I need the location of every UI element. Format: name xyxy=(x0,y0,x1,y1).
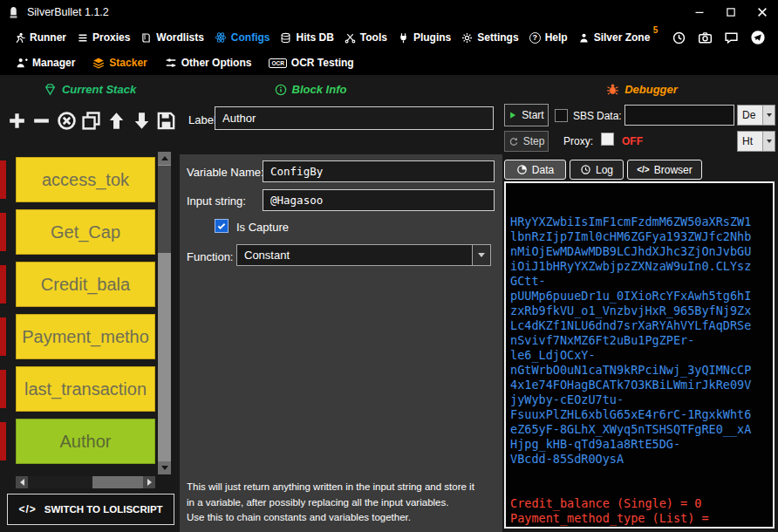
stack-block[interactable]: Credit_bala xyxy=(16,262,155,307)
arrow-up-icon xyxy=(106,111,126,131)
variable-name-input[interactable] xyxy=(263,160,495,182)
horizontal-scroll-thumb[interactable] xyxy=(28,476,92,488)
triangle-left-icon xyxy=(20,479,24,486)
block-label: Payment_metho xyxy=(22,327,149,347)
tab-ocr-testing[interactable]: OCR OCR Testing xyxy=(262,51,360,75)
user-icon xyxy=(578,32,590,44)
menu-item-tools[interactable]: Tools xyxy=(339,24,392,51)
block-indicator xyxy=(0,265,6,304)
menu-item-label: Help xyxy=(545,31,568,44)
menu-item-label: Silver Zone xyxy=(594,31,651,44)
code-icon: </> xyxy=(637,165,649,174)
scroll-right-button[interactable] xyxy=(143,476,155,488)
menu-item-label: Settings xyxy=(477,31,518,44)
move-up-button[interactable] xyxy=(106,106,128,134)
stack-block[interactable]: Payment_metho xyxy=(16,314,155,359)
gear-icon xyxy=(461,32,473,44)
stack-block[interactable]: access_tok xyxy=(16,157,155,202)
data-caption: Data: xyxy=(597,110,622,122)
stack-vertical-scrollbar[interactable] xyxy=(158,152,171,474)
remove-block-button[interactable] xyxy=(31,106,53,134)
input-string-input[interactable] xyxy=(263,189,495,211)
help-icon: ? xyxy=(529,32,541,44)
proxy-checkbox[interactable] xyxy=(601,133,614,146)
menu-item-help[interactable]: ? Help xyxy=(524,24,573,51)
history-icon xyxy=(672,31,686,45)
tab-manager[interactable]: Manager xyxy=(9,51,82,75)
step-button[interactable]: Step xyxy=(504,131,549,152)
menu-item-proxies[interactable]: Proxies xyxy=(72,24,135,51)
app-window: SilverBullet 1.1.2 Runner Proxies Wordli… xyxy=(0,0,778,532)
menu-item-hits-db[interactable]: Hits DB xyxy=(275,24,338,51)
tab-stacker[interactable]: Stacker xyxy=(85,51,154,75)
telegram-button[interactable] xyxy=(746,26,769,49)
tab-label: Browser xyxy=(654,164,693,176)
stack-block[interactable]: last_transaction xyxy=(16,366,155,412)
menu-item-configs[interactable]: Configs xyxy=(209,24,276,51)
menu-item-plugins[interactable]: Plugins xyxy=(392,24,456,51)
debug-data-input[interactable] xyxy=(624,105,734,126)
input-string-caption: Input string: xyxy=(187,194,246,208)
step-icon xyxy=(508,136,519,147)
stack-horizontal-scrollbar[interactable] xyxy=(16,476,155,488)
screenshot-button[interactable] xyxy=(693,26,717,49)
start-label: Start xyxy=(522,109,543,121)
stack-block[interactable]: Get_Cap xyxy=(16,209,155,255)
chat-button[interactable] xyxy=(720,26,743,49)
window-controls xyxy=(684,0,778,24)
database-icon xyxy=(280,32,291,44)
switch-to-loliscript-button[interactable]: </> SWITCH TO LOLISCRIPT xyxy=(7,494,174,525)
wordlist-type-select[interactable]: De xyxy=(737,105,775,126)
sbs-checkbox[interactable] xyxy=(555,109,568,122)
checkmark-icon xyxy=(216,221,227,231)
proxy-type-select[interactable]: Ht xyxy=(737,131,775,152)
tab-other-options[interactable]: Other Options xyxy=(158,51,259,75)
minus-icon xyxy=(31,111,51,131)
proxies-icon xyxy=(77,32,88,44)
maximize-button[interactable] xyxy=(715,0,747,24)
info-icon xyxy=(275,84,287,96)
history-button[interactable] xyxy=(667,26,691,49)
tab-label: Log xyxy=(596,164,613,176)
scroll-left-button[interactable] xyxy=(16,476,28,488)
close-icon xyxy=(756,6,768,18)
label-input[interactable] xyxy=(215,106,494,130)
debugger-tab-data[interactable]: Data xyxy=(504,160,566,180)
save-config-button[interactable] xyxy=(155,106,178,134)
minimize-button[interactable] xyxy=(684,0,715,24)
disable-block-button[interactable] xyxy=(55,106,78,134)
menu-item-runner[interactable]: Runner xyxy=(9,24,72,51)
debugger-log-area[interactable]: HRyYXZwbiIsImF1cmFzdmM6ZW50aXRsZW1 lbnRz… xyxy=(504,181,775,529)
tab-label: OCR Testing xyxy=(291,57,354,69)
clone-block-button[interactable] xyxy=(80,106,103,134)
debugger-tab-log[interactable]: Log xyxy=(570,160,624,180)
arrow-down-icon xyxy=(132,111,152,131)
block-label: Credit_bala xyxy=(41,275,130,295)
scroll-down-button[interactable] xyxy=(158,461,171,474)
menu-item-settings[interactable]: Settings xyxy=(456,24,523,51)
vertical-scroll-thumb[interactable] xyxy=(158,166,171,253)
close-button[interactable] xyxy=(747,0,778,24)
proxy-caption: Proxy: xyxy=(563,135,593,147)
function-select[interactable]: Constant xyxy=(236,244,491,266)
menu-item-wordlists[interactable]: Wordlists xyxy=(135,24,208,51)
dropdown-arrow xyxy=(472,245,490,265)
start-button[interactable]: Start xyxy=(504,104,549,126)
chevron-down-icon xyxy=(767,113,772,117)
tab-label: Other Options xyxy=(181,57,252,69)
bug-icon xyxy=(606,83,619,96)
ocr-icon: OCR xyxy=(269,58,286,68)
scroll-up-button[interactable] xyxy=(158,152,171,165)
config-toolbar: Manager Stacker Other Options OCR OCR Te… xyxy=(0,51,778,75)
debugger-tab-browser[interactable]: </> Browser xyxy=(627,160,702,180)
stack-block-selected[interactable]: Author xyxy=(16,419,155,464)
block-label: Author xyxy=(60,432,112,452)
is-capture-checkbox[interactable] xyxy=(215,219,229,233)
move-down-button[interactable] xyxy=(130,106,153,134)
add-block-button[interactable] xyxy=(5,106,28,134)
stacker-layers-icon xyxy=(92,57,105,69)
scissors-icon xyxy=(345,32,356,44)
proxy-status-badge: OFF xyxy=(622,135,643,147)
wordlists-icon xyxy=(140,32,152,44)
menu-item-silver-zone[interactable]: Silver Zone 5 xyxy=(573,24,656,51)
